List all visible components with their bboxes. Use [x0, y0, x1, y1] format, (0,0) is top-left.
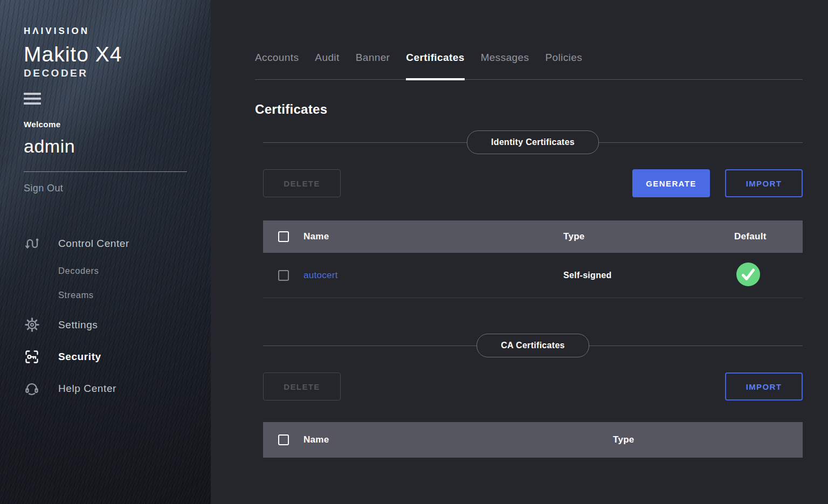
table-row: autocert Self-signed: [263, 253, 803, 298]
sidebar-item-label: Decoders: [58, 266, 99, 276]
tab-accounts[interactable]: Accounts: [255, 52, 299, 79]
toolbar-spacer: [356, 169, 617, 197]
ca-import-button[interactable]: IMPORT: [725, 372, 803, 401]
column-header-type: Type: [563, 231, 734, 242]
sidebar-item-label: Settings: [58, 319, 98, 331]
sidebar-item-streams[interactable]: Streams: [24, 285, 187, 305]
identity-section-divider: Identity Certificates: [263, 131, 803, 154]
key-frame-icon: [24, 349, 40, 364]
column-header-type: Type: [613, 434, 803, 445]
sidebar-item-label: Streams: [58, 290, 94, 300]
username: admin: [24, 136, 187, 157]
identity-toolbar: DELETE GENERATE IMPORT: [263, 169, 803, 197]
row-checkbox[interactable]: [278, 270, 289, 281]
default-check-icon: [736, 263, 760, 286]
product-name: Makito X4: [24, 44, 187, 66]
sidebar-item-label: Security: [58, 351, 101, 363]
ca-certificates-section: CA Certificates DELETE IMPORT Name Type: [263, 334, 803, 458]
table-header-row: Name Type Default: [263, 220, 803, 253]
ca-certificates-table: Name Type: [263, 422, 803, 458]
tab-certificates[interactable]: Certificates: [406, 52, 464, 79]
table-header-row: Name Type: [263, 422, 803, 458]
generate-button[interactable]: GENERATE: [632, 169, 710, 197]
identity-certificates-pill: Identity Certificates: [467, 130, 599, 154]
tab-messages[interactable]: Messages: [481, 52, 529, 79]
column-header-default: Default: [734, 231, 803, 242]
sidebar-item-decoders[interactable]: Decoders: [24, 261, 187, 281]
tab-banner[interactable]: Banner: [356, 52, 390, 79]
page-title: Certificates: [255, 102, 803, 117]
tab-policies[interactable]: Policies: [545, 52, 582, 79]
ca-select-all-checkbox[interactable]: [278, 434, 289, 445]
user-divider: [24, 171, 187, 172]
identity-certificates-table: Name Type Default autocert Self-signed: [263, 220, 803, 298]
ca-certificates-pill: CA Certificates: [477, 334, 589, 357]
route-icon: [24, 236, 40, 252]
sidebar-item-security[interactable]: Security: [24, 345, 187, 369]
headset-icon: [24, 381, 40, 396]
toolbar-spacer: [356, 372, 710, 401]
haivision-logo: HΛIVISION: [24, 26, 187, 37]
certificate-name-link[interactable]: autocert: [303, 270, 338, 280]
sidebar-item-control-center[interactable]: Control Center: [24, 232, 187, 256]
ca-delete-button[interactable]: DELETE: [263, 372, 341, 401]
sign-out-link[interactable]: Sign Out: [24, 183, 63, 194]
sidebar-item-help-center[interactable]: Help Center: [24, 377, 187, 401]
welcome-label: Welcome: [24, 120, 187, 129]
certificate-type: Self-signed: [563, 271, 734, 280]
sidebar-item-label: Control Center: [58, 238, 129, 250]
gear-icon: [24, 317, 40, 332]
ca-toolbar: DELETE IMPORT: [263, 372, 803, 401]
identity-delete-button[interactable]: DELETE: [263, 169, 341, 197]
column-header-name: Name: [303, 434, 613, 445]
hamburger-icon: [24, 93, 41, 95]
column-header-name: Name: [303, 231, 563, 242]
sidebar: HΛIVISION Makito X4 DECODER Welcome admi…: [0, 0, 211, 504]
identity-certificates-section: Identity Certificates DELETE GENERATE IM…: [263, 131, 803, 298]
main-content: Accounts Audit Banner Certificates Messa…: [211, 0, 828, 504]
tab-audit[interactable]: Audit: [315, 52, 339, 79]
ca-section-divider: CA Certificates: [263, 334, 803, 357]
sidebar-nav: Control Center Decoders Streams: [24, 232, 187, 401]
tab-bar: Accounts Audit Banner Certificates Messa…: [255, 52, 803, 80]
select-all-checkbox[interactable]: [278, 231, 289, 242]
app-window: HΛIVISION Makito X4 DECODER Welcome admi…: [0, 0, 828, 504]
sidebar-item-label: Help Center: [58, 383, 116, 395]
sidebar-item-settings[interactable]: Settings: [24, 313, 187, 337]
product-subtitle: DECODER: [24, 67, 187, 79]
menu-toggle-button[interactable]: [24, 92, 41, 106]
identity-import-button[interactable]: IMPORT: [725, 169, 803, 197]
